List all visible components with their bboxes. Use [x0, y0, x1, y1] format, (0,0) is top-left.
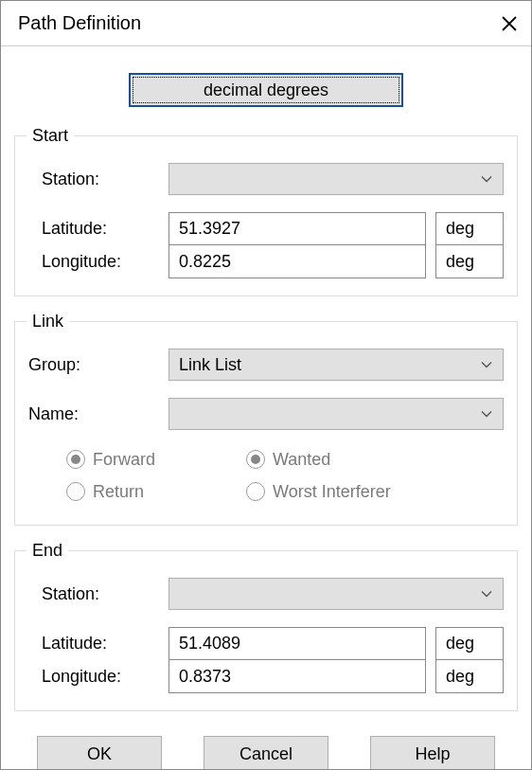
end-lon-unit: deg [435, 660, 504, 693]
end-lat-input[interactable] [168, 627, 426, 660]
start-lon-input[interactable] [168, 245, 426, 278]
chevron-down-icon [480, 584, 493, 604]
end-legend: End [27, 541, 68, 561]
link-group-value: Link List [179, 355, 241, 375]
link-name-select[interactable] [168, 398, 504, 430]
start-lat-input[interactable] [168, 212, 426, 245]
radio-return-label: Return [93, 482, 144, 502]
start-legend: Start [27, 126, 74, 146]
window-title: Path Definition [18, 12, 141, 34]
link-legend: Link [27, 312, 69, 331]
radio-icon [246, 482, 265, 501]
help-button[interactable]: Help [370, 736, 495, 770]
radio-wanted[interactable]: Wanted [246, 443, 426, 475]
end-group: End Station: Latitude: deg Longitude: de… [14, 541, 518, 711]
radio-return[interactable]: Return [66, 475, 246, 508]
close-icon[interactable] [501, 15, 518, 32]
format-toggle-button[interactable]: decimal degrees [129, 73, 403, 107]
start-group: Start Station: Latitude: deg Longitude: … [14, 126, 518, 296]
end-station-select[interactable] [168, 578, 504, 610]
end-lon-input[interactable] [168, 660, 426, 693]
radio-icon [246, 450, 265, 469]
link-name-label: Name: [28, 404, 168, 424]
chevron-down-icon [480, 404, 493, 424]
start-station-label: Station: [28, 170, 168, 189]
link-group-select[interactable]: Link List [168, 349, 504, 381]
radio-worst-interferer[interactable]: Worst Interferer [246, 475, 426, 508]
end-lon-label: Longitude: [28, 667, 168, 687]
start-lon-label: Longitude: [28, 252, 168, 272]
start-lon-unit: deg [435, 245, 504, 278]
chevron-down-icon [480, 355, 493, 375]
start-lat-label: Latitude: [28, 219, 168, 239]
end-lat-unit: deg [435, 627, 504, 660]
radio-icon [66, 450, 85, 469]
start-station-select[interactable] [168, 163, 504, 195]
ok-button[interactable]: OK [37, 736, 162, 770]
radio-wanted-label: Wanted [273, 450, 330, 470]
end-lat-label: Latitude: [28, 634, 168, 654]
chevron-down-icon [480, 170, 493, 189]
link-group-label: Group: [28, 355, 168, 375]
radio-worst-label: Worst Interferer [273, 482, 391, 502]
end-station-label: Station: [28, 584, 168, 604]
radio-forward-label: Forward [93, 450, 155, 470]
radio-icon [66, 482, 85, 501]
cancel-button[interactable]: Cancel [204, 736, 328, 770]
radio-forward[interactable]: Forward [66, 443, 246, 475]
link-group: Link Group: Link List Name: Forward [14, 312, 518, 526]
start-lat-unit: deg [435, 212, 504, 245]
